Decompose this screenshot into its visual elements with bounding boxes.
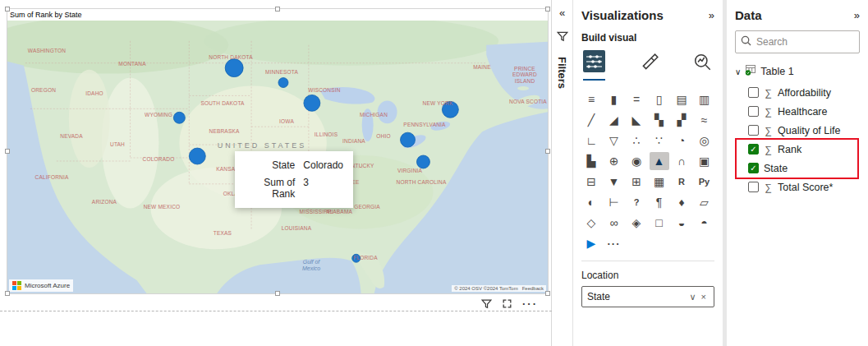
field-healthcare[interactable]: ∑Healthcare	[735, 102, 860, 121]
viz-type-100-stacked-column-chart[interactable]: ▥	[695, 90, 714, 108]
viz-type-smart-narrative[interactable]: ¶	[650, 193, 669, 211]
page-boundary-line	[0, 311, 552, 311]
viz-type-card[interactable]: ▣	[695, 152, 714, 170]
resize-handle[interactable]	[275, 291, 280, 296]
viz-type-power-apps[interactable]: ◇	[581, 214, 601, 232]
state-name-label: WYOMING	[145, 112, 172, 118]
viz-type-decomposition-tree[interactable]: ⊢	[604, 193, 624, 211]
table-node[interactable]: ∨ Table 1	[735, 62, 860, 81]
viz-type-clustered-column-chart[interactable]: ▯	[650, 90, 669, 108]
chevron-down-icon[interactable]: ∨	[687, 292, 699, 302]
viz-type-waterfall-chart[interactable]: ∟	[581, 131, 601, 150]
viz-type-dot-plot[interactable]: ∵	[650, 131, 669, 150]
search-box[interactable]	[735, 30, 860, 53]
viz-type-line-and-stacked-column-chart[interactable]: ▚	[650, 111, 669, 129]
map-bubble[interactable]	[189, 148, 205, 164]
state-name-label: COLORADO	[143, 156, 175, 162]
resize-handle[interactable]	[275, 7, 280, 12]
viz-type-area-chart[interactable]: ◢	[604, 111, 624, 129]
viz-type-stacked-area-chart[interactable]: ◣	[627, 111, 646, 129]
viz-type-get-more-visuals[interactable]: ▶	[581, 234, 601, 252]
viz-type-gauge[interactable]: ∩	[672, 152, 691, 170]
collapse-table-icon[interactable]: ∨	[735, 67, 741, 76]
viz-type-image[interactable]: □	[650, 214, 669, 232]
tab-build-visual[interactable]	[583, 50, 605, 81]
resize-handle[interactable]	[5, 291, 10, 296]
field-affordability[interactable]: ∑Affordability	[735, 83, 860, 102]
resize-handle[interactable]	[5, 149, 10, 154]
viz-type-r-script-visual[interactable]: R	[672, 173, 691, 191]
resize-handle[interactable]	[5, 7, 10, 12]
viz-type-python-visual[interactable]: Py	[695, 173, 714, 191]
field-total-score[interactable]: ∑Total Score*	[735, 178, 860, 196]
azure-map[interactable]: WASHINGTONMONTANANORTH DAKOTAMINNESOTAOR…	[7, 21, 548, 293]
resize-handle[interactable]	[545, 149, 550, 154]
viz-type-stacked-bar-chart[interactable]: ≡	[581, 90, 601, 108]
checkbox-affordability[interactable]	[748, 87, 759, 98]
checkbox-rank[interactable]: ✓	[748, 144, 759, 155]
viz-type-azure-map[interactable]: ▲	[650, 152, 669, 170]
viz-type-funnel-chart[interactable]: ▽	[604, 131, 624, 150]
report-canvas[interactable]: Sum of Rank by State	[0, 0, 552, 346]
visual-hover-toolbar: ···	[481, 298, 538, 310]
viz-type-q-and-a[interactable]: ?	[627, 193, 646, 211]
data-pane-title: Data	[735, 8, 762, 22]
viz-type-power-automate[interactable]: ∞	[604, 214, 624, 232]
viz-type-metrics[interactable]: ♦	[672, 193, 691, 211]
map-bubble[interactable]	[278, 78, 288, 88]
map-bubble[interactable]	[225, 59, 243, 77]
field-label: Healthcare	[778, 106, 827, 118]
more-visual-types-icon[interactable]: ···	[604, 234, 624, 252]
viz-type-map[interactable]: ⊕	[604, 152, 624, 170]
more-options-icon[interactable]: ···	[522, 298, 538, 310]
viz-type-scatter-chart[interactable]: ∴	[627, 131, 646, 150]
viz-type-treemap[interactable]: ▙	[581, 152, 601, 170]
powerbi-window: Sum of Rank by State	[0, 0, 868, 346]
country-label: UNITED STATES	[218, 141, 307, 150]
expand-filters-icon[interactable]: «	[559, 7, 565, 19]
resize-handle[interactable]	[545, 7, 550, 12]
viz-type-100-stacked-bar-chart[interactable]: ▤	[672, 90, 691, 108]
map-bubble[interactable]	[401, 132, 416, 147]
viz-type-multi-row-card[interactable]: ⊟	[581, 173, 601, 191]
viz-type-filled-map[interactable]: ◉	[627, 152, 646, 170]
map-bubble[interactable]	[173, 112, 185, 123]
viz-type-matrix[interactable]: ▦	[650, 173, 669, 191]
resize-handle[interactable]	[545, 291, 550, 296]
field-state[interactable]: ✓State	[735, 159, 860, 178]
location-field-pill[interactable]: State ∨ ×	[581, 286, 714, 307]
map-visual-container[interactable]: Sum of Rank by State	[7, 8, 549, 294]
location-well-label: Location	[581, 270, 714, 281]
map-bubble[interactable]	[304, 95, 320, 111]
field-quality-of-life[interactable]: ∑Quality of Life	[735, 121, 860, 140]
search-input[interactable]	[756, 36, 868, 48]
expand-visualizations-icon[interactable]: »	[709, 9, 714, 21]
viz-type-donut-chart[interactable]: ◎	[695, 131, 714, 150]
viz-type-clustered-bar-chart[interactable]: =	[627, 90, 646, 108]
viz-type-line-and-clustered-column-chart[interactable]: ▞	[672, 111, 691, 129]
visual-filter-icon[interactable]	[481, 298, 492, 309]
viz-type-scorecard[interactable]: ◈	[627, 214, 646, 232]
viz-type-ribbon-chart[interactable]: ≈	[695, 111, 714, 129]
field-rank[interactable]: ✓∑Rank	[735, 140, 860, 159]
filters-pane-title[interactable]: Filters	[556, 57, 568, 89]
feedback-link[interactable]: Feedback	[522, 286, 544, 291]
remove-field-icon[interactable]: ×	[699, 292, 709, 302]
focus-mode-icon[interactable]	[502, 298, 512, 309]
expand-data-icon[interactable]: »	[854, 9, 860, 21]
tab-analytics[interactable]	[693, 53, 713, 81]
checkbox-total-score[interactable]	[748, 182, 759, 192]
viz-type-key-influencers[interactable]: ◐	[581, 193, 601, 211]
tab-format-visual[interactable]	[640, 53, 659, 81]
checkbox-quality-of-life[interactable]	[748, 125, 759, 136]
viz-type-arcgis-map[interactable]: ◒	[672, 214, 691, 232]
viz-type-pie-chart[interactable]: ◔	[672, 131, 691, 150]
viz-type-custom-visual[interactable]: ◓	[695, 214, 714, 232]
viz-type-slicer[interactable]: ▼	[604, 173, 624, 191]
viz-type-stacked-column-chart[interactable]: ▮	[604, 90, 624, 108]
viz-type-table[interactable]: ⊞	[627, 173, 646, 191]
checkbox-state[interactable]: ✓	[748, 163, 759, 173]
checkbox-healthcare[interactable]	[748, 106, 759, 117]
viz-type-paginated-report[interactable]: ▱	[695, 193, 714, 211]
viz-type-line-chart[interactable]: ╱	[581, 111, 601, 129]
